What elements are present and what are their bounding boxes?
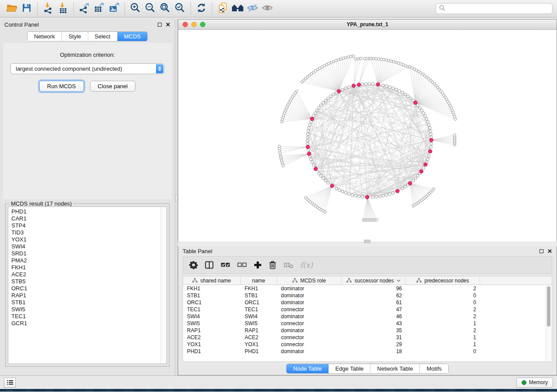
column-header-name[interactable]: name bbox=[241, 276, 277, 285]
close-panel-icon[interactable]: ✕ bbox=[547, 248, 552, 254]
zoom-in-button[interactable] bbox=[128, 2, 143, 16]
zoom-in-icon bbox=[130, 2, 141, 15]
memory-button[interactable]: Memory bbox=[516, 378, 553, 388]
zoom-fit-icon bbox=[159, 2, 171, 15]
table-tab[interactable]: Motifs bbox=[420, 364, 448, 373]
deselect-all-icon[interactable] bbox=[237, 261, 247, 268]
save-button[interactable] bbox=[19, 2, 34, 16]
search-input[interactable] bbox=[447, 5, 549, 12]
select-all-icon[interactable] bbox=[221, 261, 230, 268]
minimize-window-icon[interactable] bbox=[191, 22, 197, 27]
search-field[interactable] bbox=[436, 3, 553, 14]
column-type-icon bbox=[192, 278, 197, 283]
mcds-result-item[interactable]: STB1 bbox=[11, 299, 159, 306]
table-row[interactable]: YOX1 YOX1 connector 29 1 bbox=[183, 341, 552, 348]
scrollbar-thumb[interactable] bbox=[547, 286, 550, 327]
task-history-button[interactable] bbox=[4, 378, 16, 388]
close-panel-button[interactable]: Close panel bbox=[90, 81, 136, 92]
import-table-button[interactable] bbox=[55, 2, 70, 16]
table-row[interactable]: SWI5 SWI5 connector 43 1 bbox=[183, 320, 552, 327]
mcds-result-item[interactable]: GCR1 bbox=[11, 320, 159, 327]
column-layout-icon[interactable] bbox=[205, 261, 214, 269]
mcds-result-item[interactable]: SWI4 bbox=[11, 243, 159, 250]
export-table-button[interactable] bbox=[92, 2, 107, 16]
table-tab[interactable]: Node Table bbox=[287, 364, 329, 373]
maximize-window-icon[interactable] bbox=[200, 22, 205, 27]
table-row[interactable]: RAP1 RAP1 dominator 35 2 bbox=[183, 327, 552, 334]
close-window-icon[interactable] bbox=[183, 22, 188, 27]
table-tab[interactable]: Network Table bbox=[370, 364, 420, 373]
copy-network-button[interactable] bbox=[215, 2, 230, 16]
network-canvas[interactable] bbox=[178, 30, 557, 242]
zoom-selected-button[interactable] bbox=[173, 2, 187, 16]
mcds-result-item[interactable]: RAP1 bbox=[11, 292, 159, 299]
first-neighbors-button[interactable] bbox=[230, 2, 245, 16]
export-image-button[interactable] bbox=[107, 2, 121, 16]
add-icon[interactable] bbox=[254, 261, 262, 269]
splitter-grip[interactable] bbox=[364, 240, 370, 243]
mcds-result-item[interactable]: YOX1 bbox=[11, 236, 159, 243]
mcds-result-item[interactable]: SWI5 bbox=[11, 306, 159, 313]
horizontal-splitter[interactable] bbox=[178, 242, 557, 246]
mcds-result-item[interactable]: TEC1 bbox=[11, 313, 159, 320]
mcds-result-item[interactable]: PMA2 bbox=[11, 257, 159, 264]
table-row[interactable]: SWI4 SWI4 dominator 46 2 bbox=[183, 313, 552, 320]
table-row[interactable]: STB1 STB1 dominator 62 0 bbox=[183, 292, 552, 299]
network-view-titlebar[interactable]: YPA_prune.txt_1 bbox=[178, 20, 557, 30]
show-all-button[interactable] bbox=[260, 2, 275, 16]
criterion-dropdown[interactable]: largest connected component (undirected) bbox=[10, 63, 164, 74]
table-row[interactable]: PHD1 PHD1 dominator 18 0 bbox=[183, 348, 552, 355]
mcds-tab-content: Optimization criterion: largest connecte… bbox=[3, 43, 172, 199]
export-table-icon bbox=[93, 2, 105, 15]
float-panel-icon[interactable] bbox=[540, 249, 543, 253]
table-row[interactable]: ACE2 ACE2 connector 31 1 bbox=[183, 334, 552, 341]
table-row[interactable]: FKH1 FKH1 dominator 96 2 bbox=[183, 285, 552, 292]
list-scrollbar[interactable] bbox=[160, 207, 166, 364]
control-panel-tab[interactable]: MCDS bbox=[118, 32, 147, 41]
control-panel-tab[interactable]: Network bbox=[28, 32, 62, 41]
export-network-button[interactable] bbox=[77, 2, 92, 16]
mcds-result-item[interactable]: ACE2 bbox=[11, 271, 159, 278]
mcds-result-item[interactable]: ORC1 bbox=[11, 285, 159, 292]
column-header-predecessor-nodes[interactable]: predecessor nodes bbox=[406, 276, 480, 285]
delete-icon[interactable] bbox=[269, 261, 277, 269]
column-header-mcds-role[interactable]: MCDS role bbox=[277, 276, 342, 285]
control-panel-tab[interactable]: Select bbox=[88, 32, 118, 41]
criterion-value: largest connected component (undirected) bbox=[16, 65, 122, 72]
hide-selected-button[interactable] bbox=[245, 2, 260, 16]
column-header-successor-nodes[interactable]: successor nodes bbox=[342, 276, 406, 285]
hide-selected-icon bbox=[246, 3, 259, 15]
mcds-result-item[interactable]: PHD1 bbox=[11, 208, 159, 215]
vertical-splitter[interactable] bbox=[175, 19, 178, 375]
node-table: shared name name MCDS role successor nod… bbox=[183, 276, 552, 362]
table-row[interactable]: ORC1 ORC1 dominator 61 0 bbox=[183, 299, 552, 306]
toolbar-separator bbox=[125, 3, 125, 15]
mcds-result-item[interactable]: STP4 bbox=[11, 222, 159, 229]
gear-icon[interactable] bbox=[189, 261, 198, 269]
zoom-fit-button[interactable] bbox=[158, 2, 173, 16]
zoom-out-button[interactable] bbox=[143, 2, 158, 16]
application-window: Control Panel ✕ NetworkStyleSelectMCDS O… bbox=[0, 0, 557, 392]
column-header-shared-name[interactable]: shared name bbox=[183, 276, 241, 285]
refresh-button[interactable] bbox=[194, 2, 209, 16]
open-button[interactable] bbox=[4, 2, 19, 16]
memory-label: Memory bbox=[529, 379, 548, 385]
mcds-result-item[interactable]: CAR1 bbox=[11, 215, 159, 222]
optimization-criterion-label: Optimization criterion: bbox=[3, 52, 172, 58]
close-panel-icon[interactable]: ✕ bbox=[166, 22, 170, 28]
toolbar-separator bbox=[212, 3, 212, 15]
float-panel-icon[interactable] bbox=[158, 23, 162, 27]
run-mcds-button[interactable]: Run MCDS bbox=[39, 81, 84, 92]
list-icon bbox=[7, 379, 14, 385]
table-tab[interactable]: Edge Table bbox=[329, 364, 370, 373]
mcds-result-item[interactable]: STB5 bbox=[11, 278, 159, 285]
splitter-grip[interactable] bbox=[175, 195, 177, 202]
mcds-result-item[interactable]: FKH1 bbox=[11, 264, 159, 271]
control-panel-tab[interactable]: Style bbox=[62, 32, 88, 41]
table-scrollbar[interactable] bbox=[546, 285, 551, 361]
mcds-result-list[interactable]: PHD1CAR1STP4TID3YOX1SWI4SRD1PMA2FKH1ACE2… bbox=[8, 206, 167, 364]
import-network-button[interactable] bbox=[41, 2, 55, 16]
mcds-result-item[interactable]: SRD1 bbox=[11, 250, 159, 257]
mcds-result-item[interactable]: TID3 bbox=[11, 229, 159, 236]
table-row[interactable]: TEC1 TEC1 connector 47 2 bbox=[183, 306, 552, 313]
